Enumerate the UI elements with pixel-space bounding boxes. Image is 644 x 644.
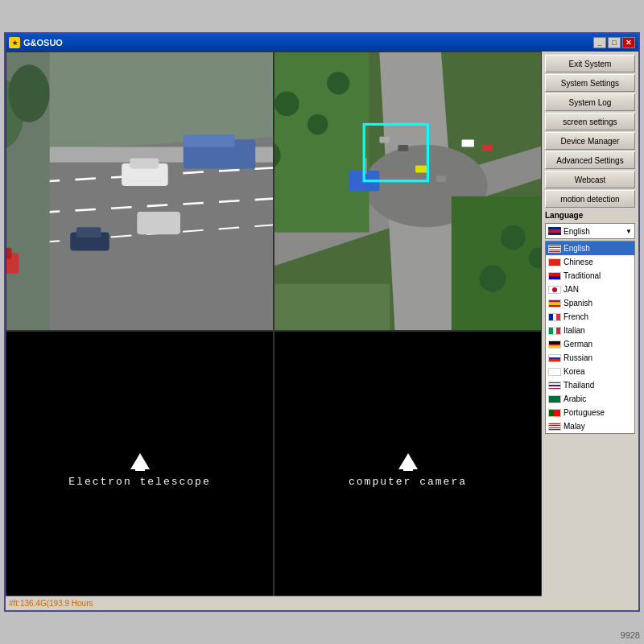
cam4-label: computer camera [349,476,467,488]
lang-label-ru: Russian [564,353,592,362]
lang-label-kr: Korea [564,367,585,376]
svg-point-25 [275,92,299,117]
title-left: ★ G&OSUO [9,37,63,48]
lang-flag-it [548,327,561,335]
exit-system-button[interactable]: Exit System [545,55,635,72]
svg-rect-35 [436,175,447,182]
svg-rect-34 [415,166,427,173]
watermark: 9928 [621,630,640,640]
lang-item-es[interactable]: Spanish [546,296,634,310]
title-bar: ★ G&OSUO _ □ ✕ [6,34,638,52]
lang-label-en: English [564,244,590,253]
lang-label-my: Malay [564,422,585,431]
lang-label-de: German [564,340,592,349]
cam3-label: Electron telescope [68,476,210,488]
close-button[interactable]: ✕ [622,37,635,48]
cam1-video [6,52,273,330]
minimize-button[interactable]: _ [593,37,606,48]
lang-label-th: Thailand [564,381,594,390]
dropdown-chevron-icon: ▼ [625,228,632,235]
lang-item-vn[interactable]: Vietnamese [546,433,634,434]
lang-item-pt[interactable]: Portuguese [546,406,634,419]
lang-flag-ru [548,354,561,362]
app-window: ★ G&OSUO _ □ ✕ [4,32,640,612]
svg-point-29 [501,225,526,250]
language-list[interactable]: EnglishChineseTraditionalJANSpanishFrenc… [545,241,635,434]
lang-item-tw[interactable]: Traditional [546,269,634,283]
language-dropdown[interactable]: English ▼ [545,223,635,239]
svg-rect-39 [379,137,390,143]
svg-rect-17 [137,212,180,234]
webcast-button[interactable]: Webcast [545,171,635,188]
svg-rect-22 [275,52,369,233]
lang-item-en[interactable]: English [546,242,634,255]
svg-point-26 [308,114,328,135]
lang-item-ja[interactable]: JAN [546,283,634,296]
lang-flag-tw [548,272,561,280]
camera-1[interactable] [6,52,274,331]
svg-rect-32 [462,140,474,147]
svg-rect-12 [184,134,235,147]
motion-detection-button[interactable]: motion detection [545,190,635,208]
lang-item-my[interactable]: Malay [546,419,634,433]
lang-flag-en [548,245,561,253]
lang-item-zh[interactable]: Chinese [546,255,634,269]
lang-item-it[interactable]: Italian [546,324,634,337]
advanced-settings-button[interactable]: Advanced Settings [545,151,635,169]
restore-button[interactable]: □ [608,37,621,48]
selected-lang-flag [548,227,561,235]
lang-flag-my [548,423,561,431]
status-bar: #ft:136.4G(193.9 Hours [6,596,542,610]
svg-point-31 [479,266,506,292]
lang-flag-es [548,299,561,308]
main-content: Electron telescope computer camera Exit … [6,52,638,610]
lang-flag-pt [548,409,561,417]
cam2-video [275,52,541,330]
svg-point-28 [327,72,349,94]
lang-flag-fr [548,313,561,321]
cam3-arrow-icon [130,453,150,469]
lang-label-pt: Portuguese [564,408,605,417]
svg-rect-14 [76,227,101,237]
lang-item-ar[interactable]: Arabic [546,392,634,406]
lang-item-kr[interactable]: Korea [546,365,634,378]
lang-flag-ja [548,286,561,294]
lang-label-tw: Traditional [564,271,601,280]
lang-item-ru[interactable]: Russian [546,351,634,365]
svg-point-8 [9,64,50,122]
device-manager-button[interactable]: Device Manager [545,132,635,150]
svg-rect-10 [130,159,159,169]
lang-item-fr[interactable]: French [546,310,634,324]
system-log-button[interactable]: System Log [545,93,635,111]
camera-area: Electron telescope computer camera [6,52,542,610]
system-settings-button[interactable]: System Settings [545,74,635,92]
svg-rect-23 [452,196,541,330]
lang-flag-th [548,382,561,390]
selected-lang-label: English [564,227,625,236]
svg-rect-24 [275,284,390,331]
lang-flag-zh [548,258,561,266]
svg-rect-33 [482,145,493,151]
svg-rect-16 [6,248,11,259]
screen-settings-button[interactable]: screen settings [545,113,635,130]
lang-label-ja: JAN [564,285,579,294]
svg-rect-40 [398,145,408,151]
lang-label-zh: Chinese [564,258,593,266]
title-controls: _ □ ✕ [593,37,635,48]
camera-4[interactable]: computer camera [274,331,542,610]
lang-label-es: Spanish [564,299,592,308]
app-title: G&OSUO [23,38,63,47]
camera-3[interactable]: Electron telescope [6,331,274,610]
lang-item-th[interactable]: Thailand [546,378,634,392]
language-section-label: Language [545,209,635,221]
lang-label-ar: Arabic [564,394,586,403]
camera-2[interactable] [274,52,542,331]
lang-flag-kr [548,368,561,376]
lang-label-it: Italian [564,326,585,335]
lang-item-de[interactable]: German [546,337,634,351]
lang-label-fr: French [564,312,588,321]
lang-flag-ar [548,395,561,403]
sidebar: Exit System System Settings System Log s… [542,52,638,610]
status-text: #ft:136.4G(193.9 Hours [9,599,93,608]
cam4-arrow-icon [398,453,418,469]
